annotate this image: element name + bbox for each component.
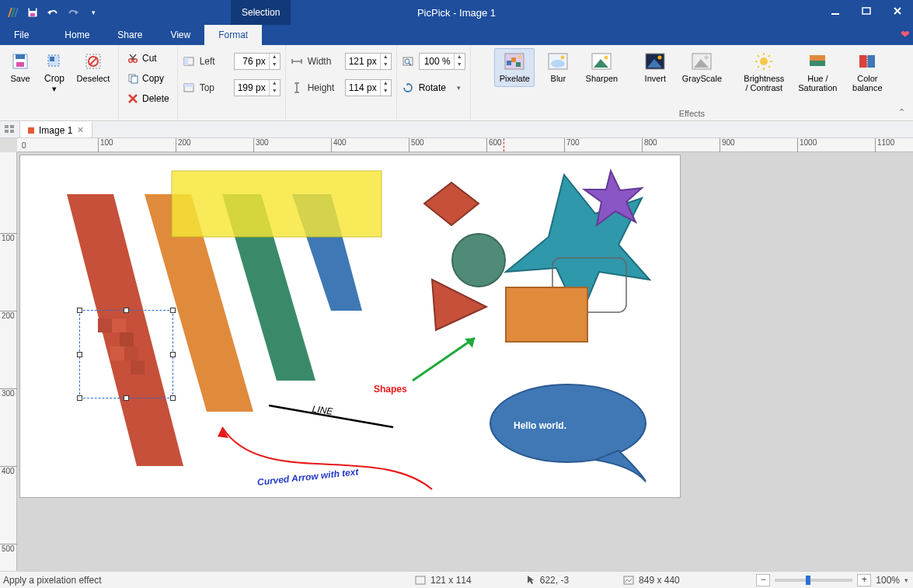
svg-point-28 (518, 55, 521, 58)
sharpen-button[interactable]: Sharpen (581, 48, 622, 87)
svg-rect-9 (50, 57, 54, 61)
resize-handle-e[interactable] (170, 352, 176, 357)
deselect-button[interactable]: Deselect (73, 48, 113, 87)
svg-point-31 (561, 56, 565, 60)
svg-rect-26 (511, 57, 516, 62)
resize-handle-se[interactable] (170, 395, 176, 401)
qat-redo-button[interactable] (64, 3, 82, 22)
invert-icon (646, 52, 664, 71)
effects-group-caption: Effects (476, 108, 908, 119)
line-label: LINE (312, 403, 334, 417)
heart-icon[interactable]: ❤ (901, 28, 910, 40)
svg-rect-27 (516, 62, 521, 67)
thumbnails-toggle[interactable] (0, 121, 20, 137)
zoom-caret-icon[interactable]: ▾ (904, 576, 908, 584)
svg-rect-52 (10, 125, 14, 128)
zoom-out-button[interactable]: − (756, 574, 770, 586)
tab-home[interactable]: Home (51, 25, 103, 45)
tab-format[interactable]: Format (204, 25, 262, 45)
delete-button[interactable]: Delete (124, 89, 172, 109)
ruler-horizontal[interactable]: 0 10020030040050060070080090010001100 (17, 138, 913, 152)
pixelate-button[interactable]: Pixelate (494, 48, 535, 87)
qat-customize-caret[interactable]: ▾ (84, 3, 103, 22)
zoom-control[interactable]: − + 100% ▾ (756, 574, 908, 586)
svg-point-30 (551, 60, 565, 68)
crop-button[interactable]: Crop▾ (37, 48, 71, 97)
qat-save-button[interactable] (23, 3, 42, 22)
close-tab-button[interactable]: ✕ (77, 125, 84, 135)
svg-rect-53 (5, 130, 9, 133)
svg-rect-1 (30, 8, 36, 11)
svg-rect-16 (131, 76, 138, 83)
selection-size-icon (415, 576, 426, 585)
close-button[interactable] (882, 0, 913, 22)
spin-down[interactable]: ▼ (269, 61, 280, 69)
color-balance-icon (858, 52, 876, 71)
minimize-button[interactable] (820, 0, 851, 22)
copy-icon (127, 72, 139, 85)
width-input[interactable]: ▲▼ (345, 53, 392, 70)
height-icon (291, 82, 303, 94)
tab-view[interactable]: View (156, 25, 204, 45)
status-bar: Apply a pixelation effect 121 x 114 622,… (0, 571, 913, 588)
invert-button[interactable]: Invert (635, 48, 675, 87)
ruler-vertical[interactable]: 100200300400500 (0, 152, 17, 571)
svg-rect-25 (507, 61, 511, 65)
brightness-button[interactable]: Brightness / Contrast (738, 48, 789, 96)
zoom-slider[interactable] (775, 579, 852, 582)
svg-point-38 (760, 57, 768, 65)
zoom-icon (402, 55, 414, 68)
resize-handle-nw[interactable] (77, 308, 82, 313)
cursor-icon (526, 575, 535, 586)
svg-line-12 (89, 57, 97, 65)
resize-handle-w[interactable] (77, 352, 82, 357)
modified-indicator-icon (28, 127, 34, 134)
width-label: Width (308, 56, 340, 67)
zoom-in-button[interactable]: + (857, 574, 871, 586)
qat-undo-button[interactable] (44, 3, 62, 22)
rotate-button[interactable]: Rotate ▾ (402, 78, 465, 98)
viewport[interactable]: Shapes LINE Curved Arrow with text Hello… (17, 152, 913, 571)
top-input[interactable]: ▲▼ (234, 79, 281, 96)
file-menu[interactable]: File (0, 25, 43, 45)
height-input[interactable]: ▲▼ (345, 79, 392, 96)
document-tab-image1[interactable]: Image 1 ✕ (20, 121, 92, 137)
color-balance-button[interactable]: Color balance (845, 48, 889, 96)
resize-handle-sw[interactable] (77, 395, 82, 401)
status-hint: Apply a pixelation effect (3, 575, 407, 586)
deselect-icon (84, 52, 103, 71)
status-image-size: 849 x 440 (615, 575, 688, 586)
spin-up[interactable]: ▲ (269, 54, 280, 61)
left-input[interactable]: ▲▼ (234, 53, 281, 70)
rotate-icon (402, 82, 414, 94)
svg-line-43 (758, 55, 759, 57)
resize-handle-s[interactable] (124, 395, 129, 401)
svg-rect-48 (810, 61, 825, 66)
svg-point-35 (658, 56, 662, 60)
grayscale-button[interactable]: GrayScale (678, 48, 725, 87)
canvas[interactable]: Shapes LINE Curved Arrow with text Hello… (20, 155, 680, 497)
tab-share[interactable]: Share (103, 25, 156, 45)
svg-rect-20 (184, 84, 193, 87)
status-cursor-pos: 622, -3 (518, 575, 577, 586)
resize-handle-ne[interactable] (170, 308, 176, 313)
blur-button[interactable]: Blur (538, 48, 578, 87)
grayscale-icon (692, 52, 711, 71)
svg-rect-64 (172, 171, 382, 237)
save-button[interactable]: Save (5, 48, 36, 87)
collapse-ribbon-button[interactable]: ⌃ (898, 107, 905, 117)
selection-marquee[interactable] (79, 310, 173, 398)
svg-line-45 (768, 55, 770, 57)
top-label: Top (200, 82, 229, 93)
hue-button[interactable]: Hue / Saturation (793, 48, 842, 96)
copy-button[interactable]: Copy (124, 68, 172, 89)
maximize-button[interactable] (851, 0, 882, 22)
resize-handle-n[interactable] (124, 308, 129, 313)
curved-arrow-label: Curved Arrow with text (256, 466, 360, 488)
app-logo-icon (3, 3, 22, 22)
zoom-input[interactable]: ▲▼ (419, 53, 465, 70)
blur-icon (549, 52, 567, 71)
svg-rect-47 (810, 55, 825, 61)
cut-button[interactable]: Cut (124, 48, 172, 68)
svg-point-37 (705, 56, 709, 60)
